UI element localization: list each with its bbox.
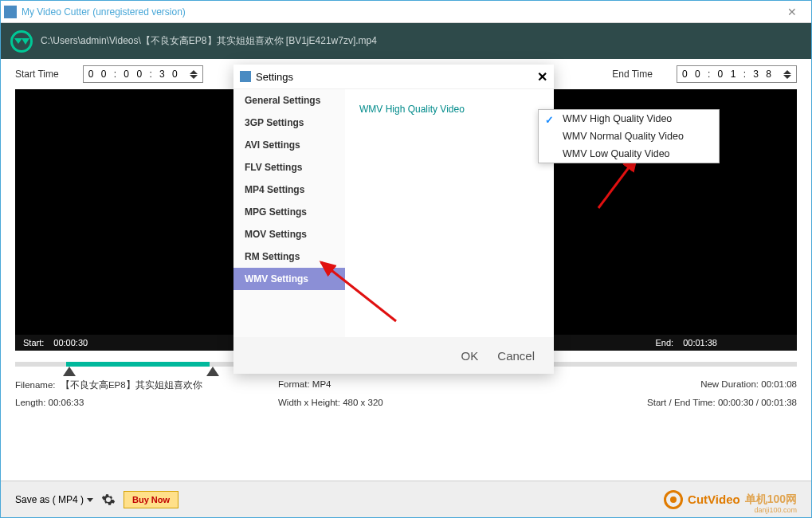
sidebar-item-flv-settings[interactable]: FLV Settings: [233, 156, 345, 179]
info-row-2: Length: 00:06:33 Width x Height: 480 x 3…: [1, 393, 811, 409]
status-end-label: End:: [656, 338, 674, 347]
gear-icon[interactable]: [101, 492, 116, 507]
sidebar-item-general-settings[interactable]: General Settings: [233, 89, 345, 112]
length-value: 00:06:33: [49, 398, 84, 407]
ok-button[interactable]: OK: [461, 349, 479, 363]
startend-value: 00:00:30 / 00:01:38: [718, 398, 797, 407]
titlebar: My Video Cutter (unregistered version) ✕: [1, 1, 811, 23]
start-time-label: Start Time: [15, 69, 59, 80]
start-time-input[interactable]: 0 0 : 0 0 : 3 0: [83, 65, 203, 83]
buy-now-button[interactable]: Buy Now: [124, 491, 178, 508]
dialog-close-icon[interactable]: ✕: [537, 69, 547, 84]
sidebar-item-mpg-settings[interactable]: MPG Settings: [233, 201, 345, 223]
chevron-down-icon: [87, 498, 93, 502]
status-end-value: 00:01:38: [683, 338, 717, 347]
bottom-bar: Save as ( MP4 ) Buy Now CutVideo 单机100网 …: [1, 481, 811, 517]
newdur-value: 00:01:08: [761, 379, 797, 389]
brand-logo-icon: [664, 490, 683, 509]
sidebar-item-rm-settings[interactable]: RM Settings: [233, 245, 345, 268]
newdur-label: New Duration:: [700, 379, 759, 389]
quality-dropdown: ✓WMV High Quality VideoWMV Normal Qualit…: [538, 109, 720, 163]
app-icon: [4, 6, 17, 18]
settings-dialog: Settings ✕ General Settings3GP SettingsA…: [233, 65, 554, 374]
saveas-dropdown[interactable]: Save as ( MP4 ): [15, 494, 93, 505]
dialog-footer: OK Cancel: [233, 337, 554, 374]
check-icon: ✓: [545, 114, 554, 126]
dropdown-item-1[interactable]: WMV Normal Quality Video: [539, 128, 719, 145]
slider-handle-end[interactable]: [206, 367, 219, 376]
format-label: Format:: [278, 379, 310, 389]
end-time-label: End Time: [612, 69, 653, 80]
brand-overlay: 单机100网: [745, 492, 797, 507]
length-label: Length:: [15, 398, 45, 407]
close-icon[interactable]: ✕: [776, 6, 808, 18]
dropdown-item-label: WMV High Quality Video: [563, 113, 672, 124]
status-start-value: 00:00:30: [53, 338, 88, 347]
start-time-spinner[interactable]: [190, 70, 198, 79]
sidebar-item-3gp-settings[interactable]: 3GP Settings: [233, 112, 345, 134]
dialog-sidebar: General Settings3GP SettingsAVI Settings…: [233, 89, 345, 337]
end-time-input[interactable]: 0 0 : 0 1 : 3 8: [677, 65, 797, 83]
sidebar-item-mov-settings[interactable]: MOV Settings: [233, 223, 345, 245]
dialog-content[interactable]: WMV High Quality Video: [345, 89, 554, 337]
saveas-label: Save as ( MP4 ): [15, 494, 84, 505]
dropdown-item-label: WMV Normal Quality Video: [563, 131, 684, 142]
dropdown-item-0[interactable]: ✓WMV High Quality Video: [539, 110, 719, 128]
sidebar-item-wmv-settings[interactable]: WMV Settings: [233, 268, 345, 290]
sidebar-item-avi-settings[interactable]: AVI Settings: [233, 134, 345, 156]
startend-label: Start / End Time:: [647, 398, 716, 407]
dialog-titlebar: Settings ✕: [233, 65, 554, 88]
end-time-spinner[interactable]: [783, 70, 791, 79]
filename-label: Filename:: [15, 380, 56, 390]
cancel-button[interactable]: Cancel: [497, 349, 535, 363]
slider-range: [66, 362, 210, 367]
start-time-value: 0 0 : 0 0 : 3 0: [88, 69, 180, 80]
end-time-value: 0 0 : 0 1 : 3 8: [682, 69, 774, 80]
pathbar: C:\Users\admin\Videos\【不良女高EP8】其实姐姐喜欢你 […: [1, 23, 811, 59]
brand-name: CutVideo: [688, 492, 740, 506]
titlebar-text: My Video Cutter (unregistered version): [22, 6, 776, 18]
download-icon[interactable]: [10, 30, 33, 53]
info-row-1: Filename: 【不良女高EP8】其实姐姐喜欢你 Format: MP4 N…: [1, 375, 811, 393]
wh-value: 480 x 320: [343, 398, 383, 407]
file-path: C:\Users\admin\Videos\【不良女高EP8】其实姐姐喜欢你 […: [41, 34, 377, 48]
status-start-label: Start:: [23, 338, 44, 347]
format-value: MP4: [312, 379, 331, 389]
dropdown-item-2[interactable]: WMV Low Quality Video: [539, 145, 719, 163]
dialog-icon: [240, 71, 251, 82]
dropdown-item-label: WMV Low Quality Video: [563, 148, 670, 159]
sidebar-item-mp4-settings[interactable]: MP4 Settings: [233, 179, 345, 201]
slider-handle-start[interactable]: [63, 367, 76, 376]
filename-value: 【不良女高EP8】其实姐姐喜欢你: [61, 380, 202, 390]
dialog-title-text: Settings: [256, 71, 293, 83]
wh-label: Width x Height:: [278, 398, 340, 407]
brand-sub: danji100.com: [754, 506, 797, 514]
